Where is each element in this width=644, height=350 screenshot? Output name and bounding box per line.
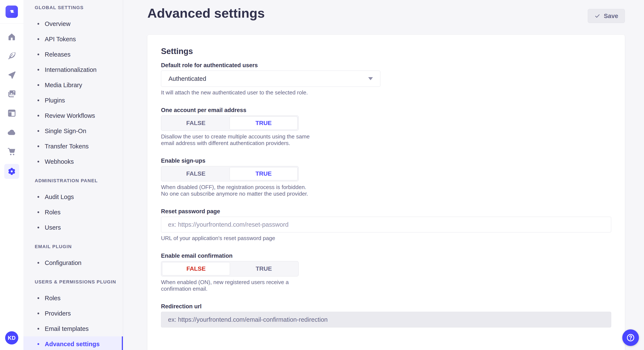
sidebar-item-internationalization[interactable]: Internationalization <box>24 62 123 77</box>
sidebar-item-label: Providers <box>45 310 71 317</box>
bullet-icon <box>38 313 39 314</box>
field-label: Default role for authenticated users <box>161 62 611 69</box>
bullet-icon <box>38 146 39 147</box>
select-value: Authenticated <box>168 75 206 82</box>
check-icon <box>594 13 600 19</box>
bullet-icon <box>38 54 39 55</box>
toggle-enable-email-confirmation: FALSETRUE <box>161 261 298 276</box>
bullet-icon <box>38 115 39 117</box>
field-label: One account per email address <box>161 107 611 114</box>
chevron-down-icon <box>368 77 373 80</box>
sidebar-item-label: Users <box>45 224 61 231</box>
layout-icon[interactable] <box>7 108 16 118</box>
main-content: Advanced settings Save Settings Default … <box>123 0 644 350</box>
field-enable-email-confirmation: Enable email confirmationFALSETRUEWhen e… <box>161 252 611 292</box>
nav-item-list: Audit LogsRolesUsers <box>24 189 123 235</box>
sidebar-item-roles[interactable]: Roles <box>24 291 123 306</box>
field-hint: When enabled (ON), new registered users … <box>161 279 310 292</box>
bullet-icon <box>38 343 39 345</box>
sidebar-item-media-library[interactable]: Media Library <box>24 77 123 93</box>
nav-section: EMAIL PLUGINConfiguration <box>24 244 123 270</box>
sidebar-item-review-workflows[interactable]: Review Workflows <box>24 108 123 123</box>
sidebar-item-users[interactable]: Users <box>24 220 123 235</box>
sidebar-item-api-tokens[interactable]: API Tokens <box>24 31 123 47</box>
main-nav-rail: KD <box>0 0 24 350</box>
sidebar-item-transfer-tokens[interactable]: Transfer Tokens <box>24 139 123 154</box>
toggle-one-account-per-email-address: FALSETRUE <box>161 116 298 131</box>
settings-form: Default role for authenticated usersAuth… <box>161 62 611 328</box>
field-label: Enable email confirmation <box>161 252 611 259</box>
field-hint: Disallow the user to create multiple acc… <box>161 133 310 147</box>
sidebar-item-plugins[interactable]: Plugins <box>24 93 123 108</box>
bullet-icon <box>38 328 39 330</box>
cart-icon[interactable] <box>7 147 16 156</box>
save-button[interactable]: Save <box>588 9 625 23</box>
bullet-icon <box>38 38 39 40</box>
sidebar-item-label: Roles <box>45 209 60 216</box>
bullet-icon <box>38 227 39 228</box>
sidebar-item-email-templates[interactable]: Email templates <box>24 321 123 336</box>
input-reset-password-page[interactable] <box>161 217 611 232</box>
avatar[interactable]: KD <box>5 331 18 345</box>
field-hint: When disabled (OFF), the registration pr… <box>161 184 310 197</box>
field-default-role-for-authenticated-users: Default role for authenticated usersAuth… <box>161 62 611 96</box>
sidebar-item-label: API Tokens <box>45 36 76 43</box>
toggle-enable-sign-ups: FALSETRUE <box>161 166 298 181</box>
field-label: Enable sign-ups <box>161 157 611 164</box>
sidebar-item-webhooks[interactable]: Webhooks <box>24 154 123 169</box>
bullet-icon <box>38 211 39 213</box>
field-hint: It will attach the new authenticated use… <box>161 89 611 96</box>
bullet-icon <box>38 100 39 101</box>
strapi-logo[interactable] <box>6 5 18 18</box>
bullet-icon <box>38 69 39 71</box>
sidebar-item-label: Plugins <box>45 97 65 104</box>
nav-section: ADMINISTRATION PANELAudit LogsRolesUsers <box>24 178 123 235</box>
media-library-icon[interactable] <box>7 89 16 99</box>
sidebar-item-label: Review Workflows <box>45 112 95 119</box>
sidebar-item-configuration[interactable]: Configuration <box>24 255 123 270</box>
toggle-option-false[interactable]: FALSE <box>162 117 230 130</box>
sidebar-item-overview[interactable]: Overview <box>24 16 123 31</box>
sidebar-item-providers[interactable]: Providers <box>24 306 123 321</box>
field-hint: URL of your application's reset password… <box>161 235 611 242</box>
toggle-option-true[interactable]: TRUE <box>230 262 298 275</box>
logo-container <box>0 0 24 24</box>
nav-item-list: Configuration <box>24 255 123 270</box>
nav-section-header: USERS & PERMISSIONS PLUGIN <box>35 279 123 285</box>
rail-icon-list <box>4 24 19 179</box>
gear-icon[interactable] <box>4 164 19 179</box>
bullet-icon <box>38 297 39 299</box>
sidebar-item-label: Single Sign-On <box>45 128 86 135</box>
page-title: Advanced settings <box>147 6 265 20</box>
send-icon[interactable] <box>7 70 16 80</box>
sidebar-item-single-sign-on[interactable]: Single Sign-On <box>24 123 123 139</box>
settings-subnav: GLOBAL SETTINGSOverviewAPI TokensRelease… <box>24 0 123 350</box>
settings-subnav-sections: GLOBAL SETTINGSOverviewAPI TokensRelease… <box>24 5 123 350</box>
sidebar-item-roles[interactable]: Roles <box>24 204 123 220</box>
sidebar-item-label: Internationalization <box>45 66 96 73</box>
feather-icon[interactable] <box>7 51 16 61</box>
input-redirection-url[interactable] <box>161 312 611 328</box>
toggle-option-false[interactable]: FALSE <box>162 262 230 275</box>
bullet-icon <box>38 23 39 25</box>
toggle-option-false[interactable]: FALSE <box>162 167 230 180</box>
toggle-option-true[interactable]: TRUE <box>230 117 298 130</box>
page-header: Advanced settings Save <box>147 6 625 23</box>
sidebar-item-audit-logs[interactable]: Audit Logs <box>24 189 123 204</box>
sidebar-item-label: Overview <box>45 20 70 27</box>
select-default-role-for-authenticated-users[interactable]: Authenticated <box>161 71 380 87</box>
help-button[interactable] <box>622 329 639 346</box>
home-icon[interactable] <box>7 32 16 41</box>
sidebar-item-label: Releases <box>45 51 70 58</box>
sidebar-item-releases[interactable]: Releases <box>24 47 123 62</box>
nav-section: USERS & PERMISSIONS PLUGINRolesProviders… <box>24 279 123 350</box>
question-mark-icon <box>626 333 635 342</box>
bullet-icon <box>38 196 39 198</box>
cloud-icon[interactable] <box>7 127 16 137</box>
card-title: Settings <box>161 46 611 56</box>
field-label: Reset password page <box>161 208 611 215</box>
toggle-option-true[interactable]: TRUE <box>230 167 298 180</box>
field-enable-sign-ups: Enable sign-upsFALSETRUEWhen disabled (O… <box>161 157 611 197</box>
sidebar-item-advanced-settings[interactable]: Advanced settings <box>24 336 123 350</box>
field-one-account-per-email-address: One account per email addressFALSETRUEDi… <box>161 107 611 147</box>
